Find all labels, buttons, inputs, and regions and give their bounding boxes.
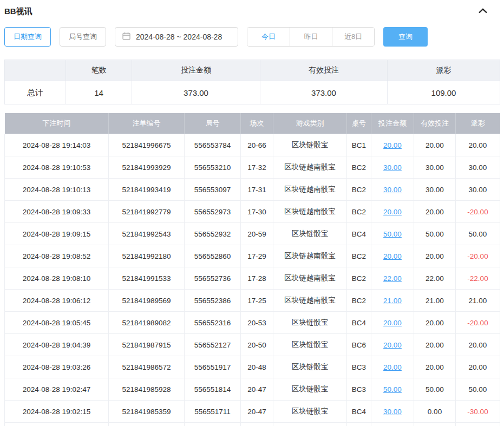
round-cell: 556552973	[185, 201, 241, 223]
table-no-cell: BC2	[347, 201, 371, 223]
session-cell: 20-48	[241, 356, 273, 378]
quick-last8days-button[interactable]: 近8日	[332, 28, 374, 46]
round-query-tab[interactable]: 局号查询	[60, 27, 106, 47]
table-row: 2024-08-28 19:08:52521841992180556552860…	[5, 245, 500, 267]
bet-amount-link[interactable]: 20.00	[383, 208, 402, 216]
game-cell: 区块链越南骰宝	[273, 179, 347, 201]
game-cell: 区块链骰宝	[273, 223, 347, 245]
time-cell: 2024-08-28 19:10:13	[5, 179, 109, 201]
game-cell: 区块链骰宝	[273, 334, 347, 356]
bet-amount-cell: 30.00	[371, 179, 414, 201]
bet-amount-link[interactable]: 30.00	[383, 163, 402, 172]
valid-cell: 0.00	[414, 401, 456, 423]
bet-amount-cell: 20.00	[371, 201, 414, 223]
time-cell: 2024-08-28 19:10:53	[5, 156, 109, 179]
table-row: 2024-08-28 19:10:53521841993929556553210…	[5, 156, 500, 179]
valid-cell: 20.00	[414, 334, 456, 356]
bet-amount-cell: 20.00	[371, 312, 414, 334]
valid-cell: 22.00	[414, 267, 456, 290]
round-cell: 556553097	[185, 179, 241, 201]
time-cell: 2024-08-28 19:09:33	[5, 201, 109, 223]
header-game-type: 游戏类别	[273, 113, 347, 134]
order-cell: 521841992543	[109, 223, 185, 245]
bet-amount-link[interactable]: 20.00	[383, 141, 402, 149]
time-cell: 2024-08-28 19:08:52	[5, 245, 109, 267]
order-cell: 521841986572	[109, 356, 185, 378]
session-cell: 20-53	[241, 312, 273, 334]
bet-amount-link[interactable]: 20.00	[383, 363, 402, 371]
date-query-tab[interactable]: 日期查询	[4, 27, 51, 47]
round-cell: 556552127	[185, 334, 241, 356]
game-cell: 区块链骰宝	[273, 423, 347, 426]
order-cell: 521841985302	[109, 423, 185, 426]
round-cell: 556552316	[185, 312, 241, 334]
order-cell: 521841987915	[109, 334, 185, 356]
session-cell: 20-47	[241, 378, 273, 401]
time-cell: 2024-08-28 19:04:39	[5, 334, 109, 356]
bet-amount-cell: 21.00	[371, 290, 414, 312]
round-cell: 556551814	[185, 378, 241, 401]
summary-valid-bet-value: 373.00	[260, 81, 388, 104]
panel-header: BB视讯	[4, 4, 500, 18]
date-range-value: 2024-08-28 ~ 2024-08-28	[136, 32, 222, 41]
session-cell: 20-47	[241, 423, 273, 426]
payout-cell: 30.00	[456, 156, 500, 179]
chevron-up-icon	[478, 6, 488, 16]
collapse-button[interactable]	[477, 5, 500, 17]
bet-amount-link[interactable]: 21.00	[383, 297, 402, 305]
payout-cell: 21.00	[456, 290, 500, 312]
summary-header-payout: 派彩	[388, 60, 500, 81]
quick-today-button[interactable]: 今日	[247, 28, 290, 46]
bet-amount-link[interactable]: 30.00	[383, 408, 402, 416]
table-row: 2024-08-28 19:02:11521841985302556551711…	[5, 423, 500, 426]
valid-cell: 21.00	[414, 290, 456, 312]
search-button[interactable]: 查询	[383, 27, 428, 47]
bet-amount-link[interactable]: 20.00	[383, 341, 402, 349]
session-cell: 20-47	[241, 401, 273, 423]
bet-amount-link[interactable]: 20.00	[383, 252, 402, 260]
bet-amount-link[interactable]: 22.00	[383, 274, 402, 283]
round-cell: 556552386	[185, 290, 241, 312]
table-no-cell: BC2	[347, 179, 371, 201]
table-no-cell: BC2	[347, 290, 371, 312]
round-cell: 556553784	[185, 134, 241, 156]
bet-amount-link[interactable]: 30.00	[383, 186, 402, 194]
header-bet-time: 下注时间	[5, 113, 109, 134]
table-no-cell: BC2	[347, 267, 371, 290]
table-no-cell: BC4	[347, 401, 371, 423]
bet-amount-cell: 50.00	[371, 223, 414, 245]
bet-table-body: 2024-08-28 19:14:03521841996675556553784…	[5, 134, 500, 426]
summary-header-empty	[5, 60, 66, 81]
order-cell: 521841992180	[109, 245, 185, 267]
header-order-id: 注单编号	[109, 113, 185, 134]
game-cell: 区块链越南骰宝	[273, 290, 347, 312]
date-range-input[interactable]: 2024-08-28 ~ 2024-08-28	[115, 27, 238, 47]
bet-amount-link[interactable]: 20.00	[383, 319, 402, 327]
table-no-cell: BC4	[347, 423, 371, 426]
table-row: 2024-08-28 19:02:47521841985928556551814…	[5, 378, 500, 401]
summary-table: 笔数 投注金额 有效投注 派彩 总计 14 373.00 373.00 109.…	[4, 60, 500, 104]
table-no-cell: BC2	[347, 156, 371, 179]
payout-cell: 20.00	[456, 334, 500, 356]
summary-payout-value: 109.00	[388, 81, 500, 104]
calendar-icon	[122, 32, 136, 42]
valid-cell: 20.00	[414, 356, 456, 378]
bet-amount-cell: 50.00	[371, 378, 414, 401]
round-cell: 556551711	[185, 423, 241, 426]
time-cell: 2024-08-28 19:14:03	[5, 134, 109, 156]
bet-amount-link[interactable]: 50.00	[383, 385, 402, 394]
table-row: 2024-08-28 19:09:15521841992543556552932…	[5, 223, 500, 245]
game-cell: 区块链骰宝	[273, 401, 347, 423]
summary-total-row: 总计 14 373.00 373.00 109.00	[5, 81, 500, 104]
summary-header-bet-amount: 投注金额	[132, 60, 260, 81]
header-session: 场次	[241, 113, 273, 134]
session-cell: 17-32	[241, 156, 273, 179]
header-round-id: 局号	[185, 113, 241, 134]
valid-cell: 30.00	[414, 179, 456, 201]
order-cell: 521841991533	[109, 267, 185, 290]
bet-amount-cell: 20.00	[371, 134, 414, 156]
quick-yesterday-button[interactable]: 昨日	[290, 28, 332, 46]
round-cell: 556552932	[185, 223, 241, 245]
bet-amount-link[interactable]: 50.00	[383, 230, 402, 238]
bet-amount-cell: 22.00	[371, 267, 414, 290]
